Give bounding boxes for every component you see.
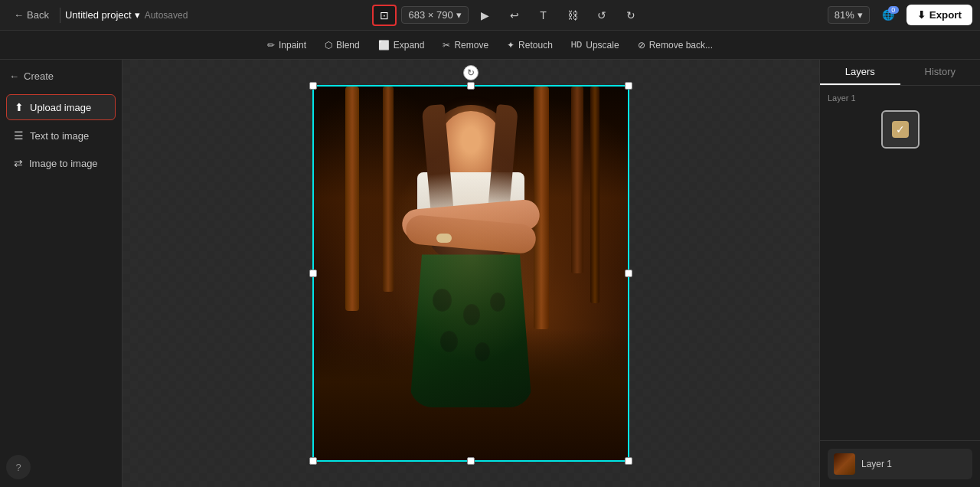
text-to-image-icon: ☰ (14, 129, 24, 142)
rotate-icon: ↻ (467, 67, 475, 78)
notifications-badge: 0 (888, 6, 899, 14)
link-icon: ⛓ (567, 9, 578, 21)
text-to-image-label: Text to image (30, 130, 89, 142)
blend-label: Blend (336, 40, 360, 51)
remove-icon: ✂ (443, 40, 450, 51)
undo2-button[interactable]: ↺ (590, 5, 614, 26)
handle-top-left[interactable] (309, 82, 317, 90)
image-to-image-menu-item[interactable]: ⇄ Image to image (6, 151, 116, 175)
help-button[interactable]: ? (6, 455, 31, 479)
topbar-separator (60, 8, 60, 23)
handle-middle-left[interactable] (309, 270, 317, 277)
layers-list: Layer 1 (820, 440, 980, 487)
size-chevron: ▾ (456, 9, 462, 21)
panel-spacer (820, 168, 980, 440)
retouch-icon: ✦ (507, 40, 514, 51)
remove-bg-icon: ⊘ (638, 40, 645, 51)
text-to-image-menu-item[interactable]: ☰ Text to image (6, 123, 116, 148)
upscale-label: Upscale (586, 40, 619, 51)
zoom-control[interactable]: 81% ▾ (828, 6, 870, 24)
canvas-area[interactable]: ↻ (122, 60, 819, 487)
handle-bottom-right[interactable] (625, 457, 632, 465)
tab-layers[interactable]: Layers (820, 60, 900, 85)
canvas-image (314, 87, 628, 460)
back-label: Back (27, 9, 49, 21)
expand-tool[interactable]: ⬜ Expand (371, 37, 433, 54)
topbar: ← Back Untitled project ▾ Autosaved ⊡ 68… (0, 0, 980, 31)
notifications-button[interactable]: 🌐 0 (876, 5, 900, 26)
create-label: Create (24, 70, 54, 82)
panel-tabs: Layers History (820, 60, 980, 86)
remove-bg-label: Remove back... (649, 40, 713, 51)
handle-top-center[interactable] (467, 82, 475, 90)
undo-button[interactable]: ↩ (502, 5, 527, 26)
secondary-toolbar: ✏ Inpaint ⬡ Blend ⬜ Expand ✂ Remove ✦ Re… (0, 31, 980, 60)
upload-icon: ⬆ (15, 101, 24, 113)
remove-tool[interactable]: ✂ Remove (435, 37, 496, 54)
remove-label: Remove (454, 40, 488, 51)
layers-tab-label: Layers (845, 66, 875, 77)
play-icon: ▶ (481, 9, 489, 21)
blend-icon: ⬡ (325, 40, 332, 51)
topbar-left: ← Back Untitled project ▾ Autosaved (8, 6, 188, 24)
layer-list-item[interactable]: Layer 1 (828, 449, 972, 479)
layer-thumbnail[interactable]: ✓ (881, 110, 920, 149)
text-tool[interactable]: T (531, 5, 556, 26)
retouch-tool[interactable]: ✦ Retouch (499, 37, 560, 54)
layer-item-name: Layer 1 (861, 459, 892, 469)
export-button[interactable]: ⬇ Export (906, 5, 972, 25)
history-tab-label: History (925, 66, 956, 77)
handle-middle-right[interactable] (625, 270, 632, 277)
layer-thumb-check: ✓ (892, 121, 909, 138)
tab-history[interactable]: History (900, 60, 981, 85)
project-name-chevron: ▾ (135, 9, 140, 21)
layer-item-thumbnail (834, 453, 855, 475)
topbar-right: 81% ▾ 🌐 0 ⬇ Export (828, 5, 972, 26)
redo-icon: ↻ (626, 9, 635, 21)
checkmark-icon: ✓ (896, 123, 905, 136)
expand-icon: ⬜ (378, 40, 390, 51)
topbar-center: ⊡ 683 × 790 ▾ ▶ ↩ T ⛓ ↺ ↻ (194, 5, 821, 26)
inpaint-tool[interactable]: ✏ Inpaint (260, 37, 314, 54)
play-button[interactable]: ▶ (473, 5, 498, 26)
handle-bottom-center[interactable] (467, 457, 475, 465)
back-button[interactable]: ← Back (8, 6, 55, 24)
handle-top-right[interactable] (625, 82, 632, 90)
inpaint-icon: ✏ (267, 40, 275, 51)
redo-button[interactable]: ↻ (619, 5, 643, 26)
zoom-level-text: 81% (835, 9, 854, 21)
link-tool[interactable]: ⛓ (560, 5, 585, 26)
image-to-image-icon: ⇄ (14, 157, 23, 169)
layer-thumbnail-area: ✓ (828, 110, 972, 149)
layer-name-label: Layer 1 (828, 93, 972, 103)
project-name[interactable]: Untitled project ▾ (65, 9, 140, 21)
autosaved-status: Autosaved (145, 10, 188, 21)
project-name-text: Untitled project (65, 9, 132, 21)
crop-icon: ⊡ (380, 9, 389, 21)
remove-bg-tool[interactable]: ⊘ Remove back... (630, 37, 720, 54)
upscale-tool[interactable]: HD Upscale (564, 37, 627, 54)
image-container[interactable]: ↻ (314, 87, 628, 460)
back-icon: ← (14, 9, 24, 21)
handle-bottom-left[interactable] (309, 457, 317, 465)
undo2-icon: ↺ (597, 9, 606, 21)
expand-label: Expand (394, 40, 425, 51)
layers-section: Layer 1 ✓ (820, 86, 980, 168)
right-panel: Layers History Layer 1 ✓ Layer 1 (819, 60, 980, 487)
handle-rotate[interactable]: ↻ (463, 65, 479, 80)
create-back-icon: ← (9, 70, 19, 82)
text-icon: T (540, 9, 547, 21)
upload-image-label: Upload image (30, 102, 91, 113)
image-size-text: 683 × 790 (408, 9, 452, 21)
blend-tool[interactable]: ⬡ Blend (317, 37, 368, 54)
retouch-label: Retouch (518, 40, 553, 51)
create-header: ← Create (6, 67, 116, 85)
help-icon: ? (15, 462, 21, 473)
image-size-display[interactable]: 683 × 790 ▾ (401, 6, 468, 24)
undo-icon: ↩ (510, 9, 519, 21)
crop-resize-tool[interactable]: ⊡ (372, 5, 397, 26)
export-icon: ⬇ (917, 9, 926, 21)
upload-image-menu-item[interactable]: ⬆ Upload image (6, 94, 116, 120)
inpaint-label: Inpaint (279, 40, 306, 51)
image-to-image-label: Image to image (29, 158, 98, 169)
